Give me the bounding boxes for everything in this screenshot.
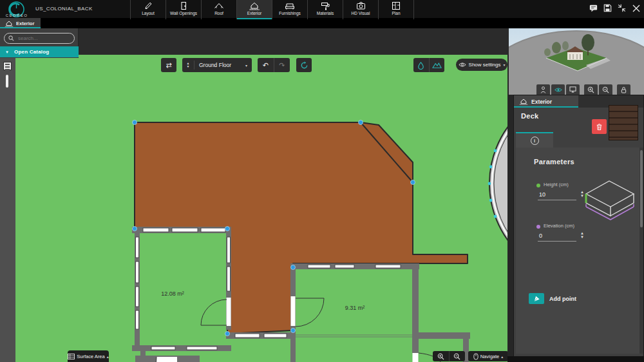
height-dot <box>536 184 540 187</box>
tab-roof[interactable]: Roof <box>201 0 236 19</box>
chevron-down-icon: ▾ <box>245 63 247 68</box>
deck-material-thumbnail[interactable] <box>609 105 638 140</box>
stepper-down-icon: ▼ <box>187 65 190 68</box>
delete-deck-button[interactable] <box>592 119 607 134</box>
subtab-exterior[interactable]: Exterior <box>0 18 41 28</box>
window-controls <box>589 4 640 12</box>
chevron-up-icon: ▴ <box>107 354 109 359</box>
main-nav-tabs: Layout Wall Openings Roof Exterior Furni… <box>130 0 414 18</box>
camera-icon <box>356 1 366 10</box>
show-settings-button[interactable]: Show settings ▾ <box>456 59 507 71</box>
top-bar: CEDREO US_COLONIAL_BACK Layout Wall Open… <box>0 0 644 18</box>
cedreo-logo-text: CEDREO <box>1 14 32 17</box>
panel-tab-exterior[interactable]: Exterior <box>514 95 578 108</box>
preview-toolbar <box>536 84 630 95</box>
open-catalog-label: Open Catalog <box>14 49 49 55</box>
tab-plan[interactable]: Plan <box>378 0 414 19</box>
height-label: Height (cm) <box>544 182 569 187</box>
parameters-heading: Parameters <box>534 158 574 166</box>
elevation-dot <box>536 225 540 229</box>
tab-materials[interactable]: Materials <box>307 0 343 19</box>
eye-icon <box>459 62 466 68</box>
walkthrough-button[interactable] <box>536 84 550 95</box>
subtab-bar: Exterior <box>0 18 644 28</box>
zoom-out-button[interactable] <box>450 351 466 361</box>
surface-area-label: Surface Area <box>77 354 104 359</box>
preview-3d-scene <box>509 18 644 95</box>
save-icon[interactable] <box>603 4 612 12</box>
tab-layout[interactable]: Layout <box>130 0 166 19</box>
sync-icon: ⇄ <box>166 61 171 70</box>
height-underline <box>538 200 576 200</box>
info-tab[interactable]: i <box>516 133 553 148</box>
redo-button[interactable]: ↷ <box>274 58 290 72</box>
properties-panel: Exterior Deck i Parameters Height (cm) 1… <box>513 95 644 357</box>
elevation-value[interactable]: 0 <box>539 233 542 239</box>
search-icon <box>8 35 14 41</box>
undo-redo-group: ↶ ↷ <box>258 58 290 72</box>
terrain-tools-group <box>413 58 444 72</box>
elevation-stepper[interactable]: ▲ ▼ <box>580 231 584 239</box>
zoom-in-button[interactable] <box>433 351 450 361</box>
navigate-label: Navigate <box>480 354 500 359</box>
left-sidebar <box>0 58 15 362</box>
terrain-paint-button[interactable] <box>413 58 430 72</box>
project-name: US_COLONIAL_BACK <box>35 6 93 12</box>
room-divider-lines <box>296 335 412 337</box>
panel-divider <box>507 55 513 362</box>
terrain-button[interactable] <box>430 58 445 72</box>
fullscreen-preview-button[interactable] <box>566 84 580 95</box>
undo-button[interactable]: ↶ <box>258 58 274 72</box>
preview-zoom-in-button[interactable] <box>584 84 598 95</box>
zoom-in-icon <box>587 86 594 93</box>
pencil-icon <box>144 1 153 10</box>
recenter-button[interactable] <box>296 58 312 72</box>
floorplan-drawing: 12.08 m² 9.31 m² <box>15 55 507 362</box>
height-value[interactable]: 10 <box>539 191 545 198</box>
pool-circle[interactable] <box>488 87 507 280</box>
door-icon <box>179 1 188 10</box>
tab-exterior[interactable]: Exterior <box>236 0 272 19</box>
sync-floors-button[interactable]: ⇄ <box>161 58 176 72</box>
scrollbar-thumb[interactable] <box>640 150 643 227</box>
comment-icon[interactable] <box>589 4 598 12</box>
floor-dropdown-value: Ground Floor <box>199 62 231 68</box>
search-input[interactable] <box>17 35 71 42</box>
sofa-icon <box>285 1 295 10</box>
selection-title: Deck <box>521 112 539 120</box>
redo-icon: ↷ <box>279 61 285 70</box>
stepper-down-icon: ▼ <box>580 235 584 239</box>
roof-icon <box>214 1 224 10</box>
trash-icon <box>596 123 603 131</box>
tab-wall-openings[interactable]: Wall Openings <box>166 0 201 19</box>
terrain-paint-icon <box>417 61 425 70</box>
panel-drag-handle[interactable] <box>6 75 8 88</box>
add-point-button[interactable] <box>529 293 544 304</box>
collapse-icon[interactable] <box>618 4 626 12</box>
orbit-view-button[interactable] <box>551 84 565 95</box>
undo-icon: ↶ <box>263 61 269 70</box>
lock-view-button[interactable] <box>617 84 630 95</box>
panel-scrollbar[interactable] <box>639 148 643 354</box>
search-box[interactable] <box>4 33 75 44</box>
screen-icon <box>569 86 576 93</box>
person-icon <box>540 86 546 93</box>
floorplan-canvas[interactable]: 12.08 m² 9.31 m² ⇄ ▲ ▼ Ground Floor ▾ ↶ … <box>15 55 507 362</box>
pen-icon <box>533 295 540 302</box>
preview-3d-viewport[interactable] <box>509 18 644 95</box>
floor-stepper[interactable]: ▲ ▼ <box>182 61 194 70</box>
chevron-up-icon: ▴ <box>501 354 503 359</box>
preview-zoom-out-button[interactable] <box>599 84 612 95</box>
panel-list-icon[interactable] <box>3 62 12 70</box>
open-catalog-button[interactable]: ▾ Open Catalog <box>0 46 79 57</box>
floor-dropdown[interactable]: Ground Floor ▾ <box>194 62 252 68</box>
parameters-body: Parameters Height (cm) 10 ▲ ▼ Elevation … <box>516 148 639 354</box>
surface-area-button[interactable]: Surface Area ▴ <box>68 350 109 362</box>
tab-furnishings[interactable]: Furnishings <box>272 0 307 19</box>
tab-hd-visual[interactable]: HD Visual <box>343 0 378 19</box>
close-icon[interactable] <box>632 4 640 12</box>
navigate-button[interactable]: Navigate ▴ <box>468 351 507 361</box>
room-area-label: 9.31 m² <box>345 305 365 311</box>
table-icon <box>68 354 75 359</box>
elevation-underline <box>538 241 576 242</box>
